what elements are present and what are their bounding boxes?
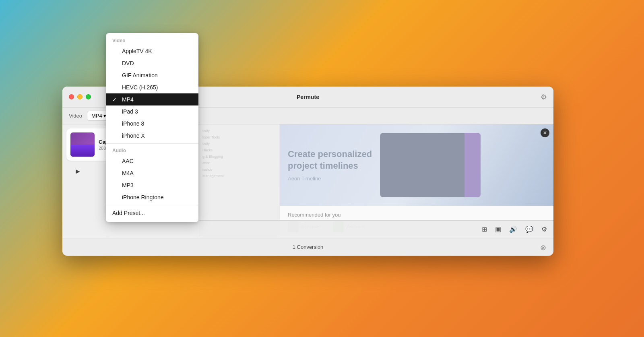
menu-item-iphone-ringtone[interactable]: iPhone Ringtone: [106, 191, 198, 203]
window-title: Permute: [297, 94, 319, 100]
menu-item-gif[interactable]: GIF Animation: [106, 69, 198, 81]
traffic-lights: [69, 94, 91, 99]
add-preset-item[interactable]: Add Preset...: [106, 207, 198, 220]
preview-toolbar: ⊞ ▣ 🔊 💬 ⚙: [199, 220, 553, 238]
menu-item-iphonex[interactable]: iPhone X: [106, 130, 198, 142]
crop-icon[interactable]: ⊞: [482, 225, 487, 233]
settings-gear-icon[interactable]: ⚙: [541, 93, 547, 101]
audio-icon[interactable]: 🔊: [509, 225, 517, 233]
preview-text-block: Create personalizedproject timelines Aeo…: [288, 149, 372, 182]
menu-item-m4a[interactable]: M4A: [106, 167, 198, 179]
sidebar-item-1: tivity: [202, 128, 276, 134]
video-quality-icon[interactable]: ▣: [495, 225, 501, 233]
sidebar-item-3: tivity: [202, 141, 276, 147]
menu-item-hevc[interactable]: HEVC (H.265): [106, 81, 198, 93]
preview-area: tivity loper Tools tivity Hacks g & Blog…: [199, 124, 553, 238]
video-section-label: Video: [106, 35, 198, 45]
preview-app-thumbnail: [380, 133, 481, 197]
recommended-label: Recommended for you: [288, 212, 545, 218]
cancel-button[interactable]: ⊗: [539, 243, 547, 251]
play-button-small[interactable]: ▶: [73, 166, 83, 176]
thumbnail-bar: [464, 133, 481, 197]
subtitle-icon[interactable]: 💬: [525, 225, 533, 233]
sidebar-item-7: nance: [202, 166, 276, 173]
output-settings-icon[interactable]: ⚙: [541, 225, 547, 233]
conversion-label: 1 Conversion: [293, 244, 324, 250]
close-button[interactable]: [69, 94, 74, 99]
preview-top: Create personalizedproject timelines Aeo…: [280, 124, 553, 206]
audio-section-label: Audio: [106, 145, 198, 155]
preview-close-button[interactable]: ✕: [541, 128, 549, 137]
menu-item-aac[interactable]: AAC: [106, 155, 198, 167]
menu-item-mp4[interactable]: ✓ MP4: [106, 93, 198, 105]
menu-divider-2: [106, 205, 198, 205]
menu-item-mp3[interactable]: MP3: [106, 179, 198, 191]
menu-divider-1: [106, 143, 198, 144]
sidebar-item-5: g & Blogging: [202, 153, 276, 160]
minimize-button[interactable]: [77, 94, 83, 99]
sidebar-item-8: Management: [202, 173, 276, 179]
sidebar-item-2: loper Tools: [202, 134, 276, 141]
menu-item-iphone8[interactable]: iPhone 8: [106, 118, 198, 130]
menu-item-dvd[interactable]: DVD: [106, 57, 198, 69]
sidebar-item-4: Hacks: [202, 147, 276, 153]
window-bottom-bar: 1 Conversion ⊗: [62, 238, 553, 256]
sidebar-item-6: ation: [202, 160, 276, 166]
maximize-button[interactable]: [86, 94, 91, 99]
toolbar-video-label: Video: [69, 113, 82, 119]
checkmark-mp4: ✓: [112, 97, 119, 103]
menu-item-appletv4k[interactable]: AppleTV 4K: [106, 45, 198, 57]
file-thumbnail: [70, 132, 95, 157]
preview-app-name: Aeon Timeline: [288, 176, 372, 182]
menu-item-ipad3[interactable]: iPad 3: [106, 105, 198, 118]
preview-heading: Create personalizedproject timelines: [288, 149, 372, 172]
dropdown-menu: Video AppleTV 4K DVD GIF Animation HEVC …: [106, 33, 198, 222]
